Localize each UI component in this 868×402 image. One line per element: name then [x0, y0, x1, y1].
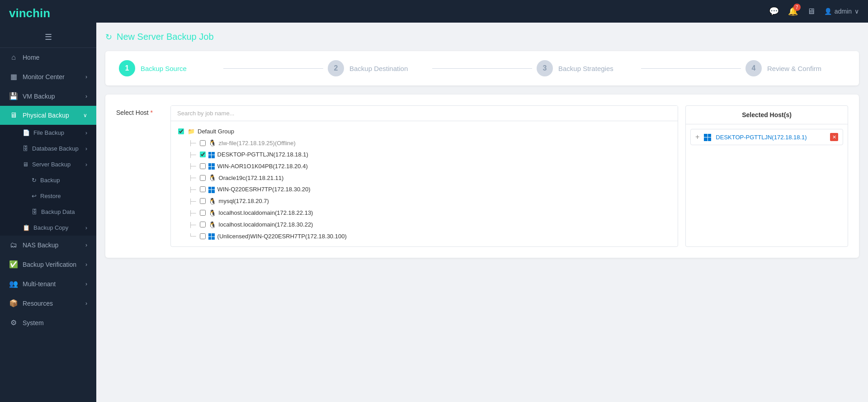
host-label: localhost.localdomain(172.18.30.22)	[219, 221, 313, 228]
sidebar-item-label: Backup Verification	[23, 261, 76, 268]
sidebar-item-home[interactable]: ⌂ Home	[0, 48, 96, 67]
group-checkbox[interactable]	[178, 128, 184, 134]
list-item[interactable]: ├─ 🐧 Oracle19c(172.18.21.11)	[175, 172, 673, 184]
sidebar-item-backup-data[interactable]: 🗄 Backup Data	[0, 204, 96, 220]
sidebar-item-restore[interactable]: ↩ Restore	[0, 188, 96, 204]
vm-backup-icon: 💾	[9, 92, 18, 100]
list-item[interactable]: ├─ DESKTOP-PGTTLJN(172.18.18.1)	[175, 149, 673, 161]
database-backup-icon: 🗄	[23, 145, 28, 152]
steps-bar: 1 Backup Source 2 Backup Destination 3 B…	[105, 51, 859, 85]
sidebar-item-label: Multi-tenant	[23, 280, 56, 288]
notifications-icon[interactable]: 🔔 7	[788, 6, 798, 16]
server-backup-icon: 🖥	[23, 161, 28, 168]
step-1-circle: 1	[119, 60, 135, 76]
sidebar-item-multi-tenant[interactable]: 👥 Multi-tenant ›	[0, 274, 96, 293]
list-item[interactable]: └─ (Unlicensed)WIN-Q220ESRH7TP(172.18.30…	[175, 231, 673, 242]
sidebar-item-backup-copy[interactable]: 📋 Backup Copy ›	[0, 220, 96, 236]
selected-panel-body: + DESKTOP-PGTTLJN(172.18.18.	[686, 124, 848, 246]
sidebar-item-server-backup[interactable]: 🖥 Server Backup ›	[0, 156, 96, 172]
host-checkbox[interactable]	[200, 222, 206, 227]
list-item[interactable]: ├─ WIN-AOR1O1K04PB(172.18.20.4)	[175, 161, 673, 172]
refresh-icon: ↻	[105, 32, 112, 42]
sidebar-item-physical-backup[interactable]: 🖥 Physical Backup ∨	[0, 106, 96, 125]
step-1-label: Backup Source	[141, 65, 187, 72]
host-checkbox[interactable]	[200, 175, 206, 181]
sidebar-item-label: Backup Data	[41, 208, 75, 215]
chevron-right-icon: ›	[85, 261, 87, 268]
add-icon: +	[695, 133, 699, 141]
list-item: + DESKTOP-PGTTLJN(172.18.18.	[690, 129, 843, 145]
sidebar-item-database-backup[interactable]: 🗄 Database Backup ›	[0, 141, 96, 156]
host-panels: 📁 Default Group ├─ 🐧 zlw-file(172.18.19.…	[170, 105, 848, 247]
resources-icon: 📦	[9, 299, 18, 307]
monitor-icon: ▦	[9, 72, 18, 81]
required-mark: *	[150, 109, 152, 116]
sidebar-item-backup[interactable]: ↻ Backup	[0, 172, 96, 188]
chevron-right-icon: ›	[85, 300, 87, 307]
linux-icon: 🐧	[208, 139, 216, 147]
selected-host-name: DESKTOP-PGTTLJN(172.18.18.1)	[716, 134, 826, 141]
backup-copy-icon: 📋	[23, 224, 30, 231]
chat-icon[interactable]: 💬	[769, 6, 779, 16]
list-item[interactable]: ├─ 🐧 localhost.localdomain(172.18.30.22)	[175, 219, 673, 231]
host-label: WIN-Q220ESRH7TP(172.18.30.20)	[217, 186, 311, 193]
home-icon: ⌂	[9, 53, 18, 61]
chevron-right-icon: ›	[85, 242, 87, 248]
page-title: New Server Backup Job	[117, 32, 214, 42]
host-checkbox[interactable]	[200, 186, 206, 192]
host-checkbox[interactable]	[200, 163, 206, 169]
user-icon: 👤	[824, 8, 832, 15]
sidebar: vinchin ☰ ⌂ Home ▦ Monitor Center › 💾 VM…	[0, 0, 96, 402]
linux-icon: 🐧	[208, 198, 216, 205]
list-item[interactable]: ├─ WIN-Q220ESRH7TP(172.18.30.20)	[175, 184, 673, 195]
sidebar-item-nas-backup[interactable]: 🗂 NAS Backup ›	[0, 236, 96, 255]
chevron-down-icon: ∨	[83, 112, 87, 118]
list-item[interactable]: ├─ 🐧 zlw-file(172.18.19.25)(Offline)	[175, 137, 673, 149]
sidebar-item-label: Restore	[40, 193, 61, 199]
host-label: DESKTOP-PGTTLJN(172.18.18.1)	[217, 151, 308, 158]
windows-selected-icon	[704, 133, 711, 141]
sidebar-item-label: Database Backup	[32, 145, 79, 152]
step-divider-3	[641, 68, 741, 69]
step-2-label: Backup Destination	[349, 65, 408, 72]
windows-icon	[208, 163, 215, 170]
nas-backup-icon: 🗂	[9, 241, 18, 249]
step-4-circle: 4	[745, 60, 762, 76]
sidebar-item-file-backup[interactable]: 📄 File Backup ›	[0, 125, 96, 141]
sidebar-item-system[interactable]: ⚙ System	[0, 313, 96, 332]
step-divider-2	[432, 68, 532, 69]
chevron-right-icon: ›	[85, 161, 87, 168]
sidebar-item-label: File Backup	[33, 129, 64, 136]
remove-host-button[interactable]: ✕	[830, 133, 838, 141]
chevron-right-icon: ›	[85, 224, 87, 231]
sidebar-item-label: Backup Copy	[33, 224, 68, 231]
step-divider-1	[223, 68, 323, 69]
chevron-right-icon: ›	[85, 74, 87, 80]
selected-hosts-panel: Selected Host(s) +	[685, 105, 848, 247]
host-checkbox[interactable]	[200, 198, 206, 204]
sidebar-item-backup-verification[interactable]: ✅ Backup Verification ›	[0, 255, 96, 274]
system-icon: ⚙	[9, 318, 18, 327]
host-search-input[interactable]	[171, 106, 678, 121]
sidebar-item-monitor-center[interactable]: ▦ Monitor Center ›	[0, 67, 96, 86]
sidebar-item-vm-backup[interactable]: 💾 VM Backup ›	[0, 86, 96, 106]
sidebar-item-label: Monitor Center	[23, 73, 65, 80]
host-checkbox[interactable]	[200, 151, 206, 157]
host-checkbox[interactable]	[200, 210, 206, 216]
selected-panel-header: Selected Host(s)	[686, 106, 848, 124]
sidebar-toggle[interactable]: ☰	[0, 27, 96, 48]
user-menu[interactable]: 👤 admin ∨	[824, 8, 859, 15]
host-checkbox[interactable]	[200, 233, 206, 239]
list-item[interactable]: ├─ 🐧 mysql(172.18.20.7)	[175, 195, 673, 207]
monitor-icon[interactable]: 🖥	[807, 7, 815, 16]
linux-icon: 🐧	[208, 174, 216, 181]
list-item[interactable]: ├─ 🐧 localhost.localdomain(172.18.22.13)	[175, 207, 673, 219]
physical-backup-submenu: 📄 File Backup › 🗄 Database Backup › 🖥 Se…	[0, 125, 96, 236]
host-checkbox[interactable]	[200, 140, 206, 146]
chevron-right-icon: ›	[85, 129, 87, 136]
sidebar-item-resources[interactable]: 📦 Resources ›	[0, 293, 96, 313]
windows-icon	[208, 233, 215, 240]
step-3: 3 Backup Strategies	[537, 60, 637, 76]
host-list-panel: 📁 Default Group ├─ 🐧 zlw-file(172.18.19.…	[170, 105, 678, 247]
main-area: 💬 🔔 7 🖥 👤 admin ∨ ↻ New Server Backup Jo…	[96, 0, 868, 402]
